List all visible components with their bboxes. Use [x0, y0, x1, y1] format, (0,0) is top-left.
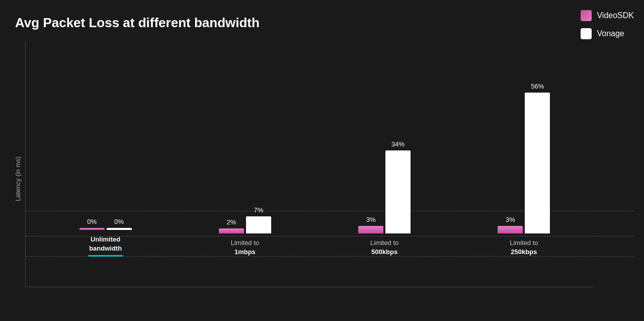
bar-videosdk-1mbps: 2%: [219, 228, 244, 233]
legend-item-videosdk: VideoSDK: [581, 10, 634, 21]
bar-value-videosdk-1mbps: 2%: [226, 218, 236, 226]
bar-videosdk-unlimited: 0%: [79, 228, 105, 230]
chart-area: Latency (in ms) Poor Moderate Good 0%0%U…: [10, 41, 634, 287]
bar-fill-videosdk-500kbps: [358, 226, 383, 233]
bar-fill-videosdk-unlimited: [79, 228, 105, 230]
bar-fill-vonage-unlimited: [107, 228, 132, 230]
bar-videosdk-500kbps: 3%: [358, 226, 383, 233]
bar-vonage-250kbps: 56%: [525, 93, 550, 233]
y-axis-label: Latency (in ms): [10, 41, 25, 287]
bar-group-1mbps: 2%7%Limited to1mbps: [175, 41, 314, 257]
bar-fill-videosdk-1mbps: [219, 228, 244, 233]
legend-color-vonage: [581, 28, 592, 39]
bar-group-500kbps: 3%34%Limited to500kbps: [315, 41, 454, 257]
bars-pair-1mbps: 2%7%: [219, 216, 271, 233]
bars-pair-500kbps: 3%34%: [358, 150, 411, 233]
legend-label-vonage: Vonage: [597, 29, 624, 38]
bar-vonage-500kbps: 34%: [385, 150, 411, 233]
bars-pair-unlimited: 0%0%: [79, 228, 132, 230]
legend-label-videosdk: VideoSDK: [597, 11, 634, 20]
bar-value-vonage-500kbps: 34%: [391, 140, 405, 148]
x-label-unlimited: Unlimitedbandwidth: [88, 235, 123, 257]
bar-value-videosdk-unlimited: 0%: [87, 218, 97, 225]
chart-container: Avg Packet Loss at different bandwidth V…: [0, 0, 644, 321]
chart-inner: Poor Moderate Good 0%0%Unlimitedbandwidt…: [25, 41, 594, 287]
bar-value-vonage-1mbps: 7%: [254, 206, 263, 214]
bar-fill-vonage-500kbps: [385, 150, 411, 233]
bar-value-videosdk-500kbps: 3%: [366, 216, 376, 223]
bar-fill-vonage-1mbps: [246, 216, 271, 233]
bar-fill-videosdk-250kbps: [498, 226, 523, 233]
bar-videosdk-250kbps: 3%: [498, 226, 523, 233]
bars-pair-250kbps: 3%56%: [498, 93, 550, 233]
bar-group-unlimited: 0%0%Unlimitedbandwidth: [36, 41, 175, 257]
bar-fill-vonage-250kbps: [525, 93, 550, 233]
x-label-500kbps: Limited to500kbps: [370, 238, 398, 257]
x-label-1mbps: Limited to1mbps: [231, 238, 259, 257]
legend-item-vonage: Vonage: [581, 28, 634, 39]
bar-value-vonage-unlimited: 0%: [114, 218, 124, 225]
bar-vonage-unlimited: 0%: [107, 228, 132, 230]
bar-vonage-1mbps: 7%: [246, 216, 271, 233]
underline-decoration: [88, 255, 123, 257]
bar-value-vonage-250kbps: 56%: [531, 83, 544, 90]
bar-value-videosdk-250kbps: 3%: [506, 216, 515, 223]
chart-title: Avg Packet Loss at different bandwidth: [10, 15, 634, 31]
bar-group-250kbps: 3%56%Limited to250kbps: [454, 41, 594, 257]
legend-color-videosdk: [581, 10, 592, 21]
x-label-250kbps: Limited to250kbps: [510, 238, 538, 257]
bars-section: 0%0%Unlimitedbandwidth2%7%Limited to1mbp…: [26, 41, 594, 287]
legend: VideoSDK Vonage: [581, 10, 634, 39]
